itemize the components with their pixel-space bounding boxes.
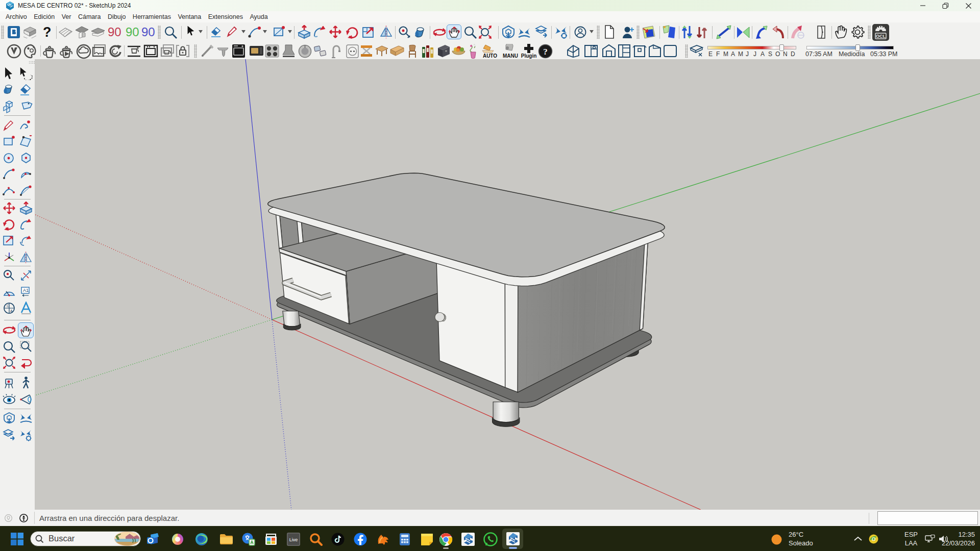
svg-text:?: ? [543, 47, 548, 57]
svg-text:AUTO: AUTO [483, 53, 497, 59]
svg-text:Live: Live [289, 537, 298, 542]
svg-text:OCL: OCL [876, 34, 886, 39]
svg-text:A1: A1 [23, 288, 29, 293]
svg-text:Plugin: Plugin [521, 53, 537, 59]
svg-text:A: A [10, 309, 13, 313]
svg-text:MANU: MANU [503, 53, 518, 59]
svg-text:C: C [7, 304, 9, 308]
